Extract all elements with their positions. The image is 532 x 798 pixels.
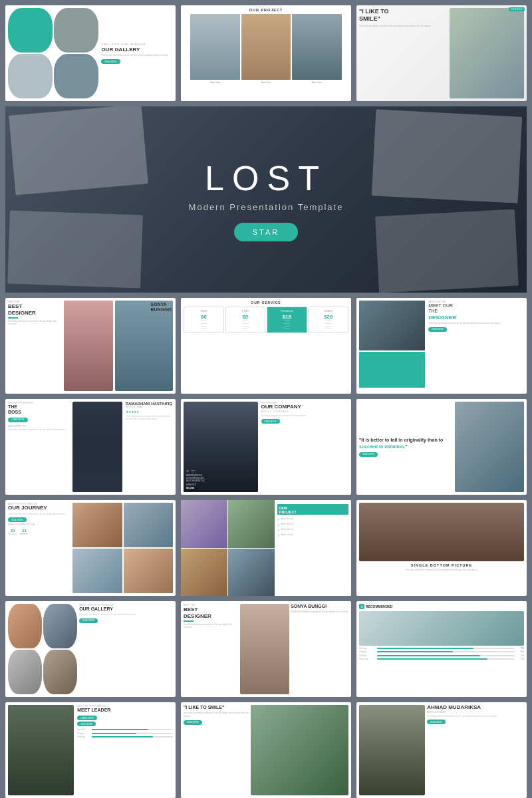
quote-text: "It is better to fail in originality tha… (359, 437, 452, 449)
gallery-b-photo-1 (8, 604, 42, 648)
project2-title: OURPROJECT (279, 506, 346, 514)
smile-quote: "I LIKE TOSMILE" (359, 8, 448, 23)
plan-name-stars: STARS (311, 309, 346, 313)
smile2-desc: Find body, information contents for the … (184, 712, 249, 717)
bar-label-2: Designer (359, 650, 376, 653)
gallery-btn[interactable]: READ MORE (101, 59, 120, 64)
quote-btn[interactable]: READ MORE (359, 452, 378, 457)
leader-title: MEET LEADER (77, 708, 173, 713)
designer2-photo (240, 604, 289, 694)
hero-star-button[interactable]: STAR (234, 223, 299, 241)
price-card-stars: STARS $28 FeatureFeatureFeatureFeature (309, 307, 349, 333)
price-card-free: FREE $0 FeatureFeatureFeatureFeature (184, 307, 224, 333)
proj2-photo-1 (181, 500, 227, 548)
hero-title: LOST (189, 158, 344, 198)
plan-name-star: STAR (228, 309, 263, 313)
company-btn[interactable]: READ MORE (261, 419, 280, 424)
smile-image (450, 8, 524, 98)
designer-photo (64, 301, 113, 391)
plan-name-premium: PREMIUM (269, 309, 305, 313)
slide-project-top: OUR PROJECT Name Here Name Here Name Her… (181, 5, 351, 101)
gallery-b-btn[interactable]: READ MORE (79, 618, 98, 623)
designer2-desc: Find body, information contents for the … (184, 623, 239, 628)
designer-bold-title: DESIGNER (428, 315, 456, 321)
gallery-photo-3 (8, 54, 53, 98)
slide-single-pic: SINGLE BOTTOM PICTURE Find body, informa… (356, 500, 527, 596)
proj2-photo-3 (181, 549, 227, 597)
stat-awards: 21 AWARDS (20, 529, 29, 535)
ahmad-role: BEST DESIGNER (427, 711, 524, 714)
hero-section: LOST Modern Presentation Template STAR (5, 106, 527, 293)
gallery-photo-4 (54, 54, 98, 98)
features-free: FeatureFeatureFeatureFeature (186, 320, 221, 331)
features-premium: FeatureFeatureFeatureFeature (269, 320, 305, 331)
designer-name: SONYABUNGGO (151, 302, 172, 312)
proj-label-1: Name Here (190, 81, 239, 84)
feature-4: ✓ About Us Info (277, 533, 348, 537)
designer2-teal-box (359, 352, 425, 388)
recommended-icon: ★ (359, 604, 364, 609)
features-stars: FeatureFeatureFeatureFeature (311, 320, 346, 331)
bar-productivity: Productivity 7.5k (359, 658, 524, 660)
slide-gallery-top: CALL FOR OUR WINDOW OUR GALLERY Find bod… (5, 5, 176, 101)
journey-btn[interactable]: READ MORE (8, 517, 27, 522)
leader-photo (8, 705, 74, 795)
boss-btn[interactable]: LEARN MORE (8, 418, 28, 422)
journey-photo-2 (124, 503, 173, 547)
ahmad-name: AHMAD MUDARIKSA (427, 705, 524, 711)
proj-photo-2 (241, 14, 291, 80)
company-bg-image: ✉ 📷 INDEPENDENCE 1ST DEFENCE INC. BEST M… (184, 402, 258, 492)
smile2-image (251, 705, 348, 795)
plan-name-free: FREE (186, 309, 221, 313)
price-stars: $28 (311, 314, 346, 320)
proj-photo-1 (190, 14, 239, 80)
company-awards: INDEPENDENCE 1ST DEFENCE INC. BEST MOMEN… (186, 474, 255, 489)
designer2-right-desc: Find body, information contents for the … (291, 610, 348, 614)
designer2-teal-line (184, 620, 194, 622)
journey-title: OUR JOURNEY (8, 505, 70, 511)
ahmad-btn[interactable]: READ MORE (427, 720, 446, 724)
slide-leader: ABOUT THE STORY DIRECTOR MEET LEADER LEA… (5, 702, 176, 798)
designer-teal-line (8, 317, 18, 319)
leader-bar-3: Flexibility (77, 735, 173, 738)
leader-btn-1[interactable]: LEARN MORE (77, 716, 97, 720)
feature-3: ✓ About Service (277, 528, 348, 532)
designer2-name: SONYA BUNGGI (291, 604, 348, 609)
price-star: $8 (228, 314, 263, 320)
smile-desc: Find body information contents for the t… (359, 25, 448, 28)
price-free: $0 (186, 314, 221, 320)
slide-tag: PROJECT (509, 7, 525, 11)
single-pic-desc: Find body, information contents for the … (359, 569, 524, 571)
ahmad-desc: Find body, information contents for the … (427, 715, 524, 718)
smile2-btn[interactable]: READ MORE (184, 720, 202, 725)
proj-label-3: Name Here (292, 81, 341, 84)
slide-designer2: MEET THE BESTDESIGNER Find body, informa… (181, 601, 351, 697)
leader-bar-1: Star Style (77, 728, 173, 731)
company-title: OUR COMPANY (261, 404, 348, 410)
journey-photo-3 (72, 549, 122, 593)
proj-photo-3 (292, 14, 341, 80)
gallery-label: CALL FOR OUR WINDOW (101, 43, 172, 46)
quote-image (455, 402, 524, 492)
project-title: OUR PROJECT (184, 8, 348, 12)
proj2-photo-4 (228, 549, 275, 597)
boss-title: THEBOSS (8, 404, 70, 416)
gallery-b-photo-3 (8, 650, 42, 694)
boss-about-label: ABOUT DIRECTOR (8, 425, 70, 428)
recommended-title: RECOMMENDED (366, 604, 392, 608)
gallery-b-photo-2 (43, 604, 77, 648)
meet-designer-btn[interactable]: READ MORE (428, 327, 447, 332)
bar-label-3: Flexibility (359, 654, 376, 657)
slide-company: ✉ 📷 INDEPENDENCE 1ST DEFENCE INC. BEST M… (181, 399, 351, 495)
company-desc: Find body, information contents for the … (261, 414, 348, 418)
single-pic-title: SINGLE BOTTOM PICTURE (359, 563, 524, 567)
service-title: OUR SERVICE (184, 301, 348, 305)
leader-bar-label-1: Star Style (77, 728, 90, 731)
single-pic-photo (359, 503, 524, 561)
designer2-photo-top (359, 301, 425, 350)
designer2-title: BESTDESIGNER (184, 606, 239, 619)
gallery-b-title: OUR GALLERY (79, 606, 173, 612)
gallery-desc: Find body, information contents for the … (101, 54, 172, 57)
feature-2: ✓ About Service (277, 523, 348, 527)
leader-btn-2[interactable]: VIEW WORK (77, 722, 96, 726)
